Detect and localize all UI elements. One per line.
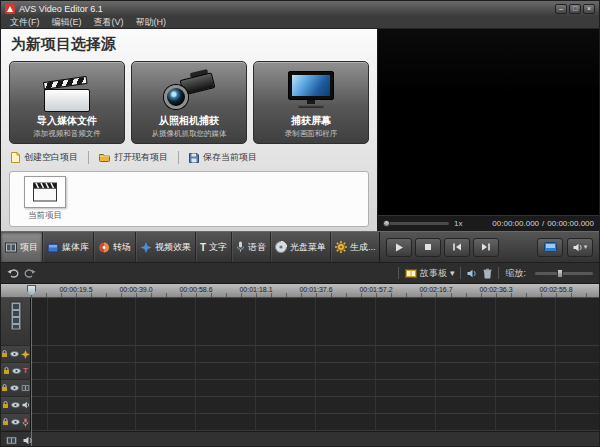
previous-icon [452, 243, 462, 251]
capture-camera-button[interactable]: 从照相机捕获 从摄像机抓取您的媒体 [131, 61, 247, 144]
title-bar[interactable]: AVS Video Editor 6.1 – □ × [1, 1, 599, 16]
effects-track-icon [21, 350, 30, 359]
minimize-button[interactable]: – [555, 4, 567, 14]
current-project-item[interactable]: 当前项目 [16, 176, 74, 222]
disc-icon [275, 241, 287, 253]
text-track-lane[interactable] [31, 363, 599, 380]
menu-view[interactable]: 查看(V) [88, 16, 130, 29]
monitor-icon [287, 66, 335, 112]
play-icon [395, 243, 404, 252]
current-project-panel: 当前项目 [9, 171, 369, 227]
seek-slider[interactable] [383, 222, 449, 225]
save-disk-icon [189, 153, 199, 163]
tab-text[interactable]: T 文字 [196, 232, 232, 262]
undo-icon[interactable] [7, 268, 19, 278]
effects-star-icon [140, 242, 152, 253]
text-track-header[interactable]: T [1, 363, 31, 380]
zoom-slider-thumb[interactable] [557, 269, 563, 278]
tab-transitions-label: 转场 [113, 241, 131, 254]
effects-track-header[interactable] [1, 346, 31, 363]
close-button[interactable]: × [583, 4, 595, 14]
menu-bar: 文件(F) 编辑(E) 查看(V) 帮助(H) [1, 16, 599, 29]
seek-slider-thumb[interactable] [383, 220, 390, 227]
view-mode-label: 故事板 [420, 267, 447, 280]
zoom-slider[interactable] [535, 272, 593, 275]
timeline-ruler[interactable]: 00:00:19.5 00:00:39.0 00:00:58.6 00:01:1… [1, 284, 599, 298]
lock-icon[interactable] [2, 418, 9, 426]
preview-screen[interactable] [378, 29, 599, 215]
stop-button[interactable] [415, 238, 441, 257]
eye-icon[interactable] [10, 351, 19, 357]
add-video-track-button[interactable] [6, 436, 17, 445]
open-project-link[interactable]: 打开现有项目 [88, 151, 178, 164]
maximize-button[interactable]: □ [569, 4, 581, 14]
capture-frame-button[interactable] [537, 238, 563, 257]
app-window: AVS Video Editor 6.1 – □ × 文件(F) 编辑(E) 查… [0, 0, 600, 447]
eye-icon[interactable] [12, 368, 21, 374]
app-icon [5, 4, 15, 14]
timeline-toolbar: 故事板 ▾ 缩放: [1, 263, 599, 284]
eye-icon[interactable] [10, 385, 19, 391]
menu-edit[interactable]: 编辑(E) [46, 16, 88, 29]
voice-track-icon [22, 418, 29, 427]
save-project-link[interactable]: 保存当前项目 [178, 151, 267, 164]
overlay-track-header[interactable] [1, 380, 31, 397]
menu-help[interactable]: 帮助(H) [130, 16, 173, 29]
audio-track-header[interactable] [1, 397, 31, 414]
view-mode-dropdown[interactable]: 故事板 ▾ [405, 267, 455, 280]
eye-icon[interactable] [11, 402, 20, 408]
timeline: T [1, 298, 599, 447]
camcorder-icon [163, 66, 215, 112]
voice-track-lane[interactable] [31, 414, 599, 431]
tab-media-library[interactable]: 媒体库 [43, 232, 94, 262]
effects-track-lane[interactable] [31, 346, 599, 363]
toolbar-separator-2 [460, 267, 461, 279]
project-clapperboard-icon [32, 181, 58, 203]
zoom-label: 缩放: [505, 267, 526, 280]
capture-camera-sublabel: 从摄像机抓取您的媒体 [152, 129, 227, 139]
import-media-button[interactable]: 导入媒体文件 添加视频和音频文件 [9, 61, 125, 144]
tab-produce[interactable]: 生成... [331, 232, 379, 262]
category-tabs: 项目 媒体库 转场 视频效果 T 文字 语音 [1, 232, 379, 262]
capture-screen-label: 捕获屏幕 [291, 114, 331, 128]
video-track-header[interactable] [1, 298, 31, 346]
menu-file[interactable]: 文件(F) [4, 16, 46, 29]
microphone-icon [236, 241, 245, 253]
audio-track-lane[interactable] [31, 397, 599, 414]
eye-icon[interactable] [11, 419, 20, 425]
welcome-panel: 为新项目选择源 导入媒体文件 添加视频和音频文件 从照相机捕获 从摄像机抓取您的… [1, 29, 378, 231]
produce-gear-icon [335, 241, 347, 253]
lock-icon[interactable] [1, 384, 8, 392]
volume-button[interactable]: ▾ [567, 238, 593, 257]
tab-video-effects[interactable]: 视频效果 [136, 232, 196, 262]
next-frame-button[interactable] [473, 238, 499, 257]
media-library-icon [47, 242, 59, 253]
lock-icon[interactable] [2, 401, 9, 409]
lock-icon[interactable] [3, 367, 10, 375]
tab-disc-menu[interactable]: 光盘菜单 [271, 232, 331, 262]
voice-track-header[interactable] [1, 414, 31, 431]
lock-icon[interactable] [1, 350, 8, 358]
text-icon: T [200, 242, 206, 253]
new-project-link[interactable]: 创建空白项目 [9, 151, 88, 164]
tab-project[interactable]: 项目 [1, 232, 43, 262]
main-area: 为新项目选择源 导入媒体文件 添加视频和音频文件 从照相机捕获 从摄像机抓取您的… [1, 29, 599, 231]
mute-speaker-icon[interactable] [467, 269, 477, 278]
redo-icon[interactable] [24, 268, 36, 278]
preview-panel: 1x 00:00:00.000 / 00:00:00.000 [378, 29, 599, 231]
previous-frame-button[interactable] [444, 238, 470, 257]
trash-icon[interactable] [483, 268, 492, 279]
video-track-lane[interactable] [31, 298, 599, 346]
tab-produce-label: 生成... [350, 241, 376, 254]
tab-text-label: 文字 [209, 241, 227, 254]
toolbar-separator-3 [498, 267, 499, 279]
overlay-track-lane[interactable] [31, 380, 599, 397]
tab-transitions[interactable]: 转场 [94, 232, 136, 262]
tab-voice[interactable]: 语音 [232, 232, 271, 262]
overlay-film-icon [21, 384, 30, 392]
play-button[interactable] [386, 238, 412, 257]
ruler-label: 00:00:39.0 [119, 286, 152, 293]
tab-media-library-label: 媒体库 [62, 241, 89, 254]
video-track-icon [10, 301, 22, 331]
capture-screen-button[interactable]: 捕获屏幕 录制画面和程序 [253, 61, 369, 144]
